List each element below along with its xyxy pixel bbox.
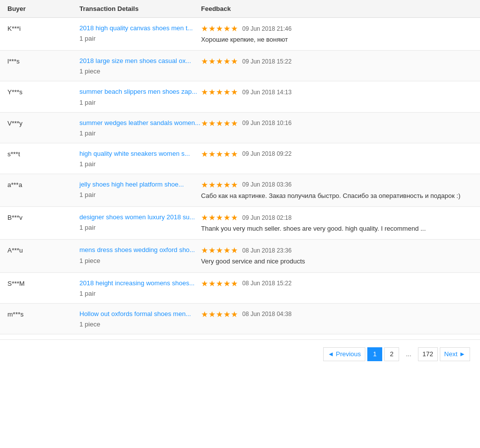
star-rating: ★★★★★	[201, 57, 238, 66]
header-buyer: Buyer	[7, 5, 79, 12]
feedback-col: ★★★★★ 09 Jun 2018 14:13	[201, 87, 473, 99]
transaction-details: 2018 large size men shoes casual ox... 1…	[79, 57, 201, 75]
feedback-top: ★★★★★ 09 Jun 2018 02:18	[201, 213, 473, 222]
transaction-link[interactable]: 2018 high quality canvas shoes men t...	[79, 24, 201, 33]
buyer-name: a***a	[7, 180, 79, 189]
quantity: 1 pair	[79, 35, 201, 42]
header-transaction: Transaction Details	[79, 5, 201, 12]
feedback-date: 08 Jun 2018 23:36	[242, 247, 291, 254]
feedback-text: Сабо как на картинке. Заказ получила быс…	[201, 192, 473, 200]
table-row: Y***s summer beach slippers men shoes za…	[0, 81, 480, 112]
buyer-name: B***v	[7, 213, 79, 221]
page-1-button[interactable]: 1	[367, 347, 382, 361]
quantity: 1 pair	[79, 290, 201, 297]
transaction-details: high quality white sneakers women s... 1…	[79, 149, 201, 168]
quantity: 1 piece	[79, 320, 201, 328]
table-row: B***v designer shoes women luxury 2018 s…	[0, 207, 480, 240]
transaction-details: summer wedges leather sandals women... 1…	[79, 119, 201, 137]
table-row: l***s 2018 large size men shoes casual o…	[0, 51, 480, 81]
buyer-name: S***M	[7, 279, 79, 287]
quantity: 1 pair	[79, 160, 201, 168]
star-rating: ★★★★★	[201, 213, 238, 222]
page-172-button[interactable]: 172	[418, 347, 438, 361]
table-body: K***i 2018 high quality canvas shoes men…	[0, 18, 480, 334]
feedback-top: ★★★★★ 09 Jun 2018 10:16	[201, 119, 473, 128]
star-rating: ★★★★★	[201, 87, 238, 97]
transaction-link[interactable]: 2018 height increasing womens shoes...	[79, 279, 201, 288]
transaction-link[interactable]: summer wedges leather sandals women...	[79, 119, 201, 128]
star-rating: ★★★★★	[201, 279, 238, 288]
feedback-date: 08 Jun 2018 04:38	[242, 311, 291, 318]
feedback-table: Buyer Transaction Details Feedback K***i…	[0, 0, 480, 369]
feedback-top: ★★★★★ 08 Jun 2018 04:38	[201, 310, 473, 319]
quantity: 1 pair	[79, 191, 201, 198]
feedback-text: Thank you very much seller. shoes are ve…	[201, 224, 473, 233]
feedback-date: 09 Jun 2018 03:36	[242, 181, 291, 188]
feedback-date: 09 Jun 2018 21:46	[242, 25, 291, 32]
star-rating: ★★★★★	[201, 24, 238, 33]
feedback-col: ★★★★★ 09 Jun 2018 21:46 Хорошие крепкие,…	[201, 24, 473, 44]
feedback-top: ★★★★★ 09 Jun 2018 09:22	[201, 149, 473, 159]
feedback-col: ★★★★★ 09 Jun 2018 10:16	[201, 119, 473, 130]
feedback-top: ★★★★★ 08 Jun 2018 23:36	[201, 246, 473, 255]
transaction-link[interactable]: designer shoes women luxury 2018 su...	[79, 213, 201, 222]
feedback-top: ★★★★★ 09 Jun 2018 14:13	[201, 87, 473, 97]
buyer-name: A***u	[7, 246, 79, 254]
transaction-details: 2018 height increasing womens shoes... 1…	[79, 279, 201, 297]
feedback-col: ★★★★★ 09 Jun 2018 09:22	[201, 149, 473, 161]
transaction-details: designer shoes women luxury 2018 su... 1…	[79, 213, 201, 231]
feedback-col: ★★★★★ 09 Jun 2018 02:18 Thank you very m…	[201, 213, 473, 233]
transaction-link[interactable]: summer beach slippers men shoes zap...	[79, 87, 201, 96]
transaction-details: mens dress shoes wedding oxford sho... 1…	[79, 246, 201, 264]
transaction-details: 2018 high quality canvas shoes men t... …	[79, 24, 201, 42]
feedback-col: ★★★★★ 08 Jun 2018 23:36 Very good servic…	[201, 246, 473, 266]
feedback-col: ★★★★★ 08 Jun 2018 04:38	[201, 310, 473, 321]
feedback-text: Хорошие крепкие, не воняют	[201, 35, 473, 44]
star-rating: ★★★★★	[201, 180, 238, 190]
feedback-col: ★★★★★ 09 Jun 2018 15:22	[201, 57, 473, 68]
quantity: 1 pair	[79, 129, 201, 137]
quantity: 1 pair	[79, 99, 201, 106]
star-rating: ★★★★★	[201, 246, 238, 255]
next-button[interactable]: Next ►	[440, 347, 470, 361]
feedback-top: ★★★★★ 09 Jun 2018 15:22	[201, 57, 473, 66]
page-2-button[interactable]: 2	[384, 347, 399, 361]
feedback-top: ★★★★★ 09 Jun 2018 21:46	[201, 24, 473, 33]
quantity: 1 piece	[79, 67, 201, 75]
transaction-details: jelly shoes high heel platform shoe... 1…	[79, 180, 201, 198]
star-rating: ★★★★★	[201, 119, 238, 128]
page-ellipsis: ...	[401, 347, 416, 361]
feedback-top: ★★★★★ 08 Jun 2018 15:22	[201, 279, 473, 288]
feedback-col: ★★★★★ 09 Jun 2018 03:36 Сабо как на карт…	[201, 180, 473, 200]
transaction-link[interactable]: Hollow out oxfords formal shoes men...	[79, 310, 201, 319]
pagination: ◄ Previous 1 2 ... 172 Next ►	[0, 339, 480, 369]
feedback-date: 09 Jun 2018 10:16	[242, 120, 291, 127]
buyer-name: Y***s	[7, 87, 79, 96]
quantity: 1 piece	[79, 257, 201, 264]
feedback-date: 09 Jun 2018 09:22	[242, 150, 291, 157]
feedback-top: ★★★★★ 09 Jun 2018 03:36	[201, 180, 473, 190]
buyer-name: l***s	[7, 57, 79, 65]
buyer-name: m***s	[7, 310, 79, 318]
buyer-name: s***t	[7, 149, 79, 158]
transaction-link[interactable]: mens dress shoes wedding oxford sho...	[79, 246, 201, 255]
feedback-date: 09 Jun 2018 02:18	[242, 214, 291, 221]
buyer-name: V***y	[7, 119, 79, 127]
transaction-link[interactable]: high quality white sneakers women s...	[79, 149, 201, 158]
transaction-link[interactable]: 2018 large size men shoes casual ox...	[79, 57, 201, 65]
transaction-details: Hollow out oxfords formal shoes men... 1…	[79, 310, 201, 328]
feedback-text: Very good service and nice products	[201, 257, 473, 266]
table-row: a***a jelly shoes high heel platform sho…	[0, 174, 480, 207]
table-row: S***M 2018 height increasing womens shoe…	[0, 273, 480, 304]
feedback-date: 09 Jun 2018 15:22	[242, 58, 291, 65]
prev-button[interactable]: ◄ Previous	[323, 347, 365, 361]
table-row: K***i 2018 high quality canvas shoes men…	[0, 18, 480, 51]
star-rating: ★★★★★	[201, 310, 238, 319]
table-row: A***u mens dress shoes wedding oxford sh…	[0, 240, 480, 272]
transaction-link[interactable]: jelly shoes high heel platform shoe...	[79, 180, 201, 189]
feedback-date: 08 Jun 2018 15:22	[242, 280, 291, 287]
feedback-date: 09 Jun 2018 14:13	[242, 89, 291, 96]
table-row: s***t high quality white sneakers women …	[0, 143, 480, 174]
buyer-name: K***i	[7, 24, 79, 32]
quantity: 1 pair	[79, 224, 201, 231]
